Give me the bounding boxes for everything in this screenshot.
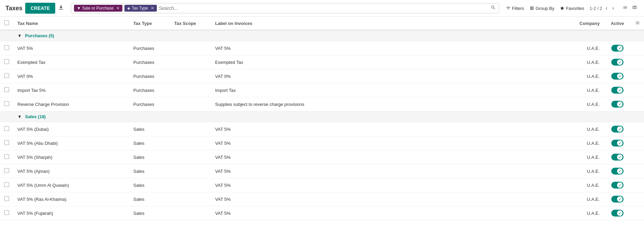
- active-toggle[interactable]: [611, 101, 624, 108]
- list-view-icon: [622, 5, 628, 10]
- row-label-invoice: Supplies subject to reverse charge provi…: [211, 97, 563, 111]
- row-tax-scope: [170, 150, 211, 164]
- table-row[interactable]: VAT 5% (Ras Al-Khaima) Sales VAT 5% U.A.…: [0, 192, 644, 206]
- active-toggle-knob: [617, 126, 623, 132]
- filters-label: Filters: [512, 6, 524, 11]
- table-row[interactable]: VAT 5% Purchases VAT 5% U.A.E.: [0, 41, 644, 55]
- row-settings: [631, 178, 644, 192]
- row-checkbox[interactable]: [0, 122, 13, 136]
- row-checkbox[interactable]: [0, 150, 13, 164]
- row-label-invoice: VAT 5%: [211, 150, 563, 164]
- table-row[interactable]: VAT 5% (Abu Dhabi) Sales VAT 5% U.A.E.: [0, 136, 644, 150]
- active-toggle[interactable]: [611, 140, 624, 147]
- row-active-toggle[interactable]: [604, 55, 631, 69]
- table-row[interactable]: VAT 0% Purchases VAT 0% U.A.E.: [0, 69, 644, 83]
- row-checkbox[interactable]: [0, 206, 13, 220]
- search-input[interactable]: [159, 5, 489, 11]
- row-active-toggle[interactable]: [604, 122, 631, 136]
- group-row-purchases[interactable]: ▼ Purchases (5): [0, 30, 644, 41]
- active-toggle[interactable]: [611, 210, 624, 217]
- groupby-button[interactable]: Group By: [529, 6, 554, 11]
- group-chevron-sales: ▼: [17, 114, 22, 119]
- row-company: U.A.E.: [563, 83, 604, 97]
- select-all-checkbox[interactable]: [4, 20, 9, 25]
- pagination-next[interactable]: ›: [611, 4, 615, 12]
- row-active-toggle[interactable]: [604, 206, 631, 220]
- row-active-toggle[interactable]: [604, 178, 631, 192]
- filter-taxtype-icon: ◈: [127, 6, 130, 11]
- row-active-toggle[interactable]: [604, 97, 631, 111]
- row-settings: [631, 206, 644, 220]
- group-row-sales[interactable]: ▼ Sales (18): [0, 111, 644, 122]
- active-toggle-knob: [617, 154, 623, 160]
- row-settings: [631, 55, 644, 69]
- toolbar-right: Filters Group By Favorites 1-2 / 2 ‹ ›: [506, 4, 639, 12]
- active-toggle[interactable]: [611, 154, 624, 161]
- active-toggle[interactable]: [611, 168, 624, 175]
- table-row[interactable]: VAT 5% (Ajman) Sales VAT 5% U.A.E.: [0, 164, 644, 178]
- row-checkbox[interactable]: [0, 136, 13, 150]
- filter-tag-tax-type[interactable]: ◈ Tax Type ✕: [124, 5, 157, 12]
- row-tax-name: VAT 5% (Sharjah): [13, 150, 129, 164]
- active-toggle[interactable]: [611, 182, 624, 189]
- active-toggle[interactable]: [611, 196, 624, 203]
- table-row[interactable]: VAT 5% (Umm Al Quwain) Sales VAT 5% U.A.…: [0, 178, 644, 192]
- row-tax-name: Import Tax 5%: [13, 83, 129, 97]
- list-view-button[interactable]: [621, 4, 629, 12]
- row-checkbox[interactable]: [0, 164, 13, 178]
- row-tax-scope: [170, 69, 211, 83]
- row-checkbox[interactable]: [0, 69, 13, 83]
- table-row[interactable]: VAT 5% (Sharjah) Sales VAT 5% U.A.E.: [0, 150, 644, 164]
- active-toggle[interactable]: [611, 45, 624, 52]
- active-toggle[interactable]: [611, 73, 624, 80]
- header-tax-scope-label: Tax Scope: [174, 21, 196, 26]
- row-checkbox[interactable]: [0, 97, 13, 111]
- row-checkbox[interactable]: [0, 192, 13, 206]
- row-tax-type: Sales: [129, 122, 170, 136]
- search-icon: [491, 5, 496, 10]
- table-row[interactable]: VAT 5% (Dubai) Sales VAT 5% U.A.E.: [0, 122, 644, 136]
- row-checkbox[interactable]: [0, 55, 13, 69]
- row-active-toggle[interactable]: [604, 164, 631, 178]
- table-row[interactable]: Exempted Tax Purchases Exempted Tax U.A.…: [0, 55, 644, 69]
- active-toggle[interactable]: [611, 126, 624, 133]
- groupby-label: Group By: [536, 6, 554, 11]
- row-label-invoice: VAT 5%: [211, 41, 563, 55]
- row-tax-type: Purchases: [129, 83, 170, 97]
- active-toggle[interactable]: [611, 87, 624, 94]
- filters-button[interactable]: Filters: [506, 6, 524, 11]
- header-active: Active: [604, 17, 631, 30]
- filter-sale-close[interactable]: ✕: [116, 6, 120, 11]
- row-label-invoice: VAT 0%: [211, 69, 563, 83]
- active-toggle[interactable]: [611, 59, 624, 66]
- row-tax-scope: [170, 97, 211, 111]
- row-active-toggle[interactable]: [604, 192, 631, 206]
- row-active-toggle[interactable]: [604, 150, 631, 164]
- row-settings: [631, 122, 644, 136]
- header-settings[interactable]: [631, 17, 644, 30]
- row-tax-type: Sales: [129, 206, 170, 220]
- create-button[interactable]: CREATE: [25, 3, 56, 14]
- row-active-toggle[interactable]: [604, 136, 631, 150]
- filter-tag-sale-purchase[interactable]: ▼ Sale or Purchase ✕: [74, 5, 122, 12]
- row-company: U.A.E.: [563, 122, 604, 136]
- row-checkbox[interactable]: [0, 83, 13, 97]
- filter-taxtype-close[interactable]: ✕: [151, 6, 154, 11]
- pagination: 1-2 / 2 ‹ ›: [589, 4, 615, 12]
- search-button[interactable]: [491, 5, 496, 12]
- download-button[interactable]: [58, 4, 64, 12]
- row-checkbox[interactable]: [0, 178, 13, 192]
- table-row[interactable]: VAT 5% (Fujairah) Sales VAT 5% U.A.E.: [0, 206, 644, 220]
- header-checkbox-col: [0, 17, 13, 30]
- table-row[interactable]: Reverse Charge Provision Purchases Suppl…: [0, 97, 644, 111]
- table-row[interactable]: Import Tax 5% Purchases Import Tax U.A.E…: [0, 83, 644, 97]
- column-view-button[interactable]: [630, 4, 639, 12]
- favorites-button[interactable]: Favorites: [560, 6, 584, 11]
- row-active-toggle[interactable]: [604, 83, 631, 97]
- row-checkbox[interactable]: [0, 41, 13, 55]
- row-active-toggle[interactable]: [604, 41, 631, 55]
- page-title: Taxes: [5, 5, 23, 12]
- row-company: U.A.E.: [563, 69, 604, 83]
- row-active-toggle[interactable]: [604, 69, 631, 83]
- pagination-prev[interactable]: ‹: [604, 4, 609, 12]
